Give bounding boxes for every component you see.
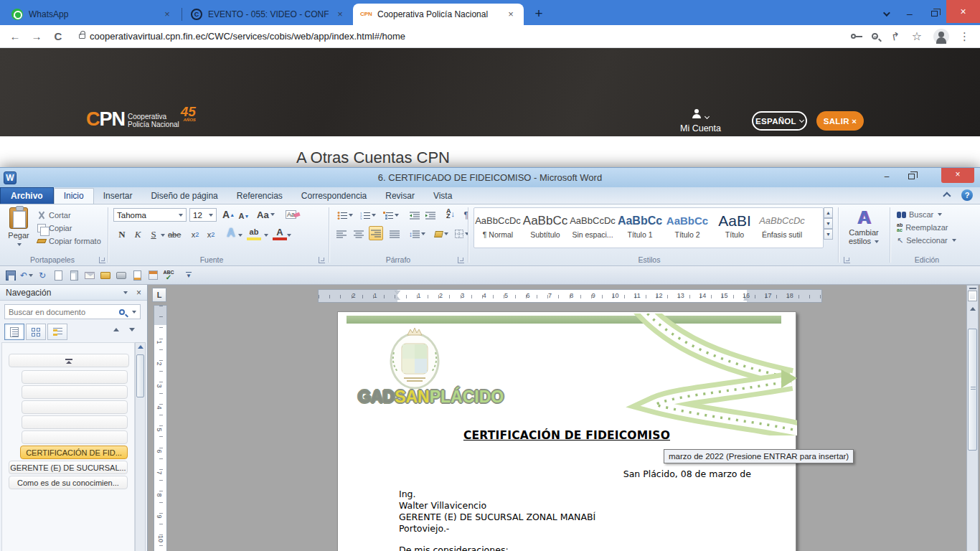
split-handle[interactable] — [969, 288, 976, 289]
profile-avatar[interactable] — [933, 29, 949, 44]
minimize-window-button[interactable]: – — [897, 4, 922, 24]
reload-icon[interactable]: C — [47, 30, 69, 42]
word-minimize-button[interactable]: – — [877, 170, 897, 184]
search-magnifier-icon[interactable] — [119, 309, 125, 315]
clipboard-dialog-launcher[interactable] — [99, 257, 105, 263]
share-icon[interactable]: ↱ — [890, 29, 902, 44]
forward-icon[interactable]: → — [26, 30, 47, 42]
search-options-icon[interactable] — [132, 311, 136, 314]
nav-search-input[interactable] — [5, 308, 119, 316]
style-subtitulo[interactable]: AaBbCcSubtítulo — [522, 208, 569, 248]
nav-item-top[interactable] — [9, 354, 129, 367]
tab-insertar[interactable]: Insertar — [94, 189, 142, 204]
superscript-button[interactable]: x2 — [204, 227, 218, 242]
document-scrollbar[interactable] — [966, 285, 979, 551]
style-titulo[interactable]: AaBITítulo — [711, 208, 758, 248]
nav-tab-headings[interactable] — [4, 324, 24, 340]
underline-button[interactable]: S — [146, 227, 161, 242]
font-color-button[interactable]: A — [273, 226, 287, 240]
tab-close-icon[interactable]: × — [334, 9, 346, 20]
gallery-down-icon[interactable]: ▼ — [824, 218, 833, 229]
align-center-button[interactable] — [352, 227, 366, 241]
bold-button[interactable]: N — [115, 227, 129, 242]
style-enfasis-sutil[interactable]: AaBbCcDcÉnfasis sutil — [758, 208, 806, 248]
nav-list-scrollbar[interactable] — [135, 342, 146, 551]
nav-tab-pages[interactable] — [26, 324, 46, 340]
print-preview-icon[interactable] — [52, 269, 65, 282]
show-marks-button[interactable]: ¶ — [459, 207, 473, 222]
nav-item-como[interactable]: Como es de su conocimien... — [9, 476, 128, 489]
format-painter-button[interactable]: Copiar formato — [37, 235, 101, 248]
tab-close-icon[interactable]: × — [161, 9, 173, 20]
nav-item-blank[interactable] — [22, 400, 128, 414]
gallery-up-icon[interactable]: ▲ — [824, 207, 833, 218]
tab-correspondencia[interactable]: Correspondencia — [292, 189, 376, 204]
word-title-bar[interactable]: W 6. CERTIFICADO DE FIDEICOMISO - Micros… — [0, 168, 980, 187]
underline-dropdown-icon[interactable] — [161, 234, 165, 237]
paste-button[interactable]: Pegar — [3, 207, 34, 248]
word-close-button[interactable]: × — [941, 168, 974, 183]
nav-item-blank[interactable] — [22, 370, 128, 384]
nav-pane-menu-icon[interactable] — [123, 291, 128, 294]
justify-button[interactable] — [387, 227, 402, 241]
style-titulo2[interactable]: AaBbCcTítulo 2 — [664, 208, 711, 248]
bullets-button[interactable] — [336, 208, 354, 222]
mail-attachment-icon[interactable] — [83, 269, 96, 282]
scroll-up-icon[interactable] — [138, 345, 143, 349]
align-left-button[interactable] — [334, 227, 349, 241]
style-normal[interactable]: AaBbCcDc¶ Normal — [474, 208, 522, 248]
lock-icon[interactable] — [79, 34, 85, 39]
nav-item-blank[interactable] — [22, 385, 128, 399]
change-case-button[interactable]: Aa — [255, 207, 276, 222]
tab-referencias[interactable]: Referencias — [227, 189, 292, 204]
align-right-button[interactable] — [369, 226, 383, 240]
edit-document-icon[interactable] — [131, 269, 143, 282]
tab-diseno[interactable]: Diseño de página — [141, 189, 227, 204]
nav-pane-close-icon[interactable]: × — [136, 288, 141, 298]
tab-close-icon[interactable]: × — [505, 9, 517, 20]
gallery-more-icon[interactable]: ▼ — [824, 229, 833, 240]
back-icon[interactable]: ← — [4, 30, 26, 42]
next-heading-icon[interactable] — [129, 328, 135, 331]
zoom-search-icon[interactable] — [872, 33, 878, 39]
collapse-ribbon-icon[interactable] — [943, 192, 951, 199]
font-family-combo[interactable]: Tahoma — [113, 208, 187, 222]
save-icon[interactable] — [4, 269, 17, 282]
decrease-indent-button[interactable] — [407, 208, 422, 222]
url-text[interactable]: cooperativavirtual.cpn.fin.ec/CWC/servic… — [90, 31, 405, 42]
strikethrough-button[interactable]: abe — [166, 227, 182, 242]
open-folder-icon[interactable] — [99, 269, 112, 282]
document-page[interactable]: GADSANPLÁCIDO CERTIFICACIÓN DE FIDEICOMI… — [337, 311, 796, 551]
italic-button[interactable]: K — [131, 227, 145, 242]
nav-item-blank[interactable] — [22, 415, 128, 429]
cpn-logo[interactable]: CCPNPN CooperativaPolicía Nacional 45AÑO… — [86, 108, 196, 131]
tab-whatsapp[interactable]: WhatsApp × — [4, 4, 180, 25]
menu-dots-icon[interactable]: ⋮ — [959, 30, 970, 43]
language-button[interactable]: ESPAÑOL — [752, 111, 807, 131]
nav-tab-results[interactable] — [47, 324, 67, 340]
nav-item-certificacion[interactable]: CERTIFICACIÓN DE FID... — [20, 446, 128, 459]
password-key-icon[interactable] — [851, 34, 856, 39]
grow-font-button[interactable]: A▲ — [221, 207, 236, 222]
word-restore-button[interactable] — [901, 170, 921, 184]
multilevel-list-button[interactable] — [382, 208, 400, 222]
tab-stop-selector[interactable]: L — [152, 288, 166, 302]
v-ruler[interactable]: 12345678910 — [154, 305, 167, 551]
help-icon[interactable]: ? — [961, 189, 973, 201]
line-spacing-button[interactable]: ↕ — [407, 227, 427, 241]
subscript-button[interactable]: x2 — [188, 227, 202, 242]
style-sin-espaciado[interactable]: AaBbCcDcSin espaci... — [569, 208, 616, 248]
tab-cpn[interactable]: CPN Cooperativa Policía Nacional × — [353, 4, 524, 25]
new-tab-button[interactable]: + — [529, 6, 548, 22]
tab-vista[interactable]: Vista — [424, 189, 461, 204]
style-titulo1[interactable]: AaBbCcTítulo 1 — [616, 208, 664, 248]
tab-archivo[interactable]: Archivo — [0, 187, 54, 204]
my-account[interactable]: Mi Cuenta — [680, 108, 721, 133]
replace-button[interactable]: abacReemplazar — [897, 221, 956, 234]
undo-icon[interactable]: ↶ — [20, 269, 33, 282]
clear-formatting-button[interactable]: Aa — [284, 207, 301, 222]
numbering-button[interactable]: 123 — [359, 208, 377, 222]
shrink-font-button[interactable]: A▼ — [237, 209, 251, 223]
nav-search-box[interactable] — [4, 304, 141, 319]
copy-button[interactable]: Copiar — [37, 222, 101, 235]
